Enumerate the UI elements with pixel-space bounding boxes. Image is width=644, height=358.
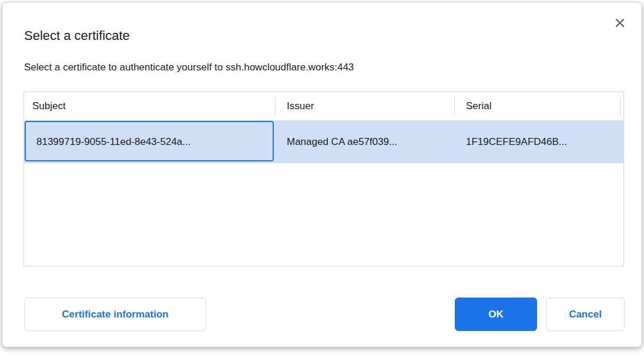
cell-subject[interactable]: 81399719-9055-11ed-8e43-524a... (24, 136, 276, 148)
cancel-button[interactable]: Cancel (546, 298, 625, 331)
certificate-information-button[interactable]: Certificate information (24, 298, 206, 331)
column-header-gutter (620, 97, 623, 115)
dialog-subtitle: Select a certificate to authenticate you… (24, 62, 354, 73)
dialog-title: Select a certificate (24, 28, 130, 43)
certificate-table: Subject Issuer Serial 81399719-9055-11ed… (24, 92, 624, 266)
column-header-serial[interactable]: Serial (455, 97, 620, 115)
table-header: Subject Issuer Serial (24, 92, 623, 120)
cell-serial[interactable]: 1F19CEFE9AFD46B... (455, 136, 620, 148)
certificate-select-dialog: Select a certificate Select a certificat… (2, 2, 642, 347)
close-button[interactable] (612, 15, 628, 31)
column-header-subject[interactable]: Subject (24, 97, 276, 115)
ok-button[interactable]: OK (455, 298, 537, 331)
column-header-issuer[interactable]: Issuer (276, 97, 455, 115)
certificate-row[interactable]: 81399719-9055-11ed-8e43-524a... Managed … (24, 120, 623, 163)
close-icon (615, 18, 625, 28)
cell-issuer[interactable]: Managed CA ae57f039... (276, 136, 455, 148)
